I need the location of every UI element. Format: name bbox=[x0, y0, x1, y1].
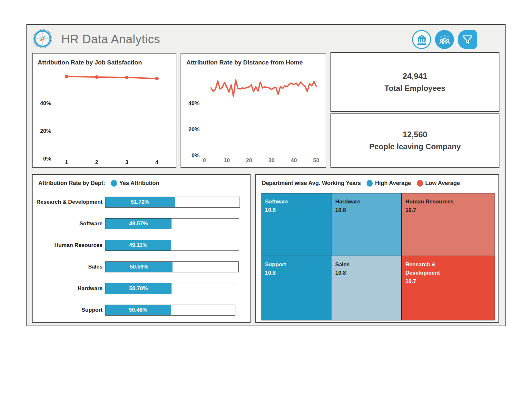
bar-fill[interactable]: 51.72% bbox=[105, 197, 175, 207]
bar-row: Hardware50.70% bbox=[33, 283, 236, 294]
bar-track: 49.11% bbox=[105, 240, 239, 251]
x-axis-tick-label: 4 bbox=[155, 159, 159, 165]
x-axis-tick-label: 40 bbox=[291, 157, 297, 163]
data-point-marker[interactable] bbox=[125, 76, 129, 79]
bank-icon[interactable] bbox=[412, 30, 431, 49]
panel-attribution-by-dept: Attribution Rate by Dept: Yes Attributio… bbox=[32, 174, 251, 323]
kpi-total-employees-value: 24,941 bbox=[403, 72, 427, 81]
x-axis-tick-label: 3 bbox=[125, 159, 128, 165]
line-series bbox=[211, 80, 316, 96]
bar-track: 50.59% bbox=[105, 261, 239, 272]
treemap-cell-value: 10.8 bbox=[335, 269, 397, 277]
bar-track: 49.57% bbox=[105, 218, 239, 229]
bar-row: Research & Development51.72% bbox=[33, 197, 240, 208]
bar-fill[interactable]: 49.11% bbox=[105, 240, 171, 250]
high-average-label: High Average bbox=[375, 180, 411, 187]
data-point-marker[interactable] bbox=[95, 75, 98, 79]
filter-icon[interactable] bbox=[458, 30, 477, 49]
treemap-cell[interactable]: Software10.8 bbox=[261, 193, 331, 256]
dashboard-title: HR Data Analytics bbox=[61, 33, 160, 46]
dept-chart-title: Attribution Rate by Dept: bbox=[38, 180, 105, 187]
compass-logo-icon bbox=[33, 29, 53, 49]
legend-high-average[interactable]: High Average bbox=[367, 180, 411, 187]
panel-job-satisfaction: Attribution Rate by Job Satisfaction 0%2… bbox=[32, 53, 176, 168]
x-axis-tick-label: 1 bbox=[65, 159, 68, 165]
job-satisfaction-line-chart: 0%20%40%1234 bbox=[33, 54, 176, 167]
bar-row: Software49.57% bbox=[33, 218, 239, 229]
treemap-cell-name: Research & Development bbox=[406, 260, 454, 277]
bar-value-label: 49.11% bbox=[129, 242, 147, 249]
treemap-cell-value: 10.7 bbox=[406, 277, 491, 286]
bar-category-label: Support bbox=[33, 307, 105, 313]
kpi-total-employees: 24,941 Total Employees bbox=[330, 52, 499, 112]
x-axis-tick-label: 30 bbox=[268, 157, 274, 163]
x-axis-tick-label: 2 bbox=[95, 159, 98, 165]
bar-fill[interactable]: 49.57% bbox=[105, 219, 172, 229]
yes-attribution-label: Yes Attribution bbox=[119, 180, 159, 187]
data-point-marker[interactable] bbox=[65, 75, 68, 78]
bar-value-label: 51.72% bbox=[131, 199, 150, 205]
y-axis-tick-label: 20% bbox=[40, 128, 51, 134]
bar-category-label: Software bbox=[33, 220, 105, 227]
bar-category-label: Research & Development bbox=[33, 199, 105, 205]
x-axis-tick-label: 10 bbox=[224, 157, 230, 163]
bar-fill[interactable]: 50.48% bbox=[105, 305, 171, 315]
bar-category-label: Sales bbox=[33, 264, 105, 270]
treemap-cell-name: Software bbox=[265, 198, 313, 206]
bar-track: 50.48% bbox=[105, 305, 235, 316]
kpi-total-employees-label: Total Employees bbox=[385, 84, 446, 93]
high-average-dot-icon bbox=[367, 180, 373, 187]
treemap-cell[interactable]: Human Resources10.7 bbox=[401, 193, 495, 256]
bar-value-label: 50.70% bbox=[129, 285, 148, 292]
bar-fill[interactable]: 50.70% bbox=[105, 283, 172, 294]
treemap-cell[interactable]: Hardware10.8 bbox=[331, 193, 401, 256]
svg-text:☆: ☆ bbox=[440, 35, 442, 38]
treemap-title: Department wise Avg. Working Years bbox=[262, 180, 361, 187]
data-point-marker[interactable] bbox=[155, 77, 159, 80]
bar-fill[interactable]: 50.59% bbox=[105, 262, 172, 272]
treemap-cell-name: Human Resources bbox=[406, 198, 454, 206]
legend-low-average[interactable]: Low Average bbox=[417, 180, 460, 187]
bar-row: Support50.48% bbox=[33, 305, 235, 316]
panel-avg-working-years: Department wise Avg. Working Years High … bbox=[255, 174, 499, 323]
treemap-cell-value: 10.8 bbox=[335, 206, 397, 214]
bar-category-label: Hardware bbox=[33, 285, 105, 292]
y-axis-tick-label: 0% bbox=[192, 152, 200, 159]
low-average-dot-icon bbox=[417, 180, 423, 187]
team-awards-icon[interactable]: ☆ ☆ ☆ bbox=[435, 30, 454, 49]
y-axis-tick-label: 0% bbox=[43, 155, 51, 162]
bar-value-label: 49.57% bbox=[129, 220, 148, 227]
treemap-cell-value: 10.8 bbox=[265, 269, 327, 277]
y-axis-tick-label: 40% bbox=[188, 100, 200, 106]
treemap-cell[interactable]: Sales10.8 bbox=[331, 256, 401, 320]
legend-yes-attribution[interactable]: Yes Attribution bbox=[111, 180, 159, 187]
bar-row: Sales50.59% bbox=[33, 261, 239, 272]
x-axis-tick-label: 20 bbox=[246, 157, 252, 163]
treemap-cell-name: Hardware bbox=[335, 198, 384, 206]
treemap-cell[interactable]: Research & Development10.7 bbox=[401, 256, 495, 320]
bar-track: 50.70% bbox=[105, 283, 236, 294]
bar-value-label: 50.59% bbox=[130, 264, 148, 270]
line-series bbox=[66, 77, 157, 79]
hr-dashboard: HR Data Analytics ☆ bbox=[26, 24, 506, 326]
svg-text:☆: ☆ bbox=[443, 34, 446, 37]
bar-value-label: 50.48% bbox=[129, 307, 148, 313]
distance-line-chart: 0%20%40%01020304050 bbox=[181, 54, 326, 167]
x-axis-tick-label: 50 bbox=[313, 157, 319, 163]
bar-track: 51.72% bbox=[105, 197, 240, 208]
x-axis-tick-label: 0 bbox=[203, 157, 206, 163]
yes-attribution-dot-icon bbox=[111, 180, 117, 187]
low-average-label: Low Average bbox=[425, 180, 460, 187]
y-axis-tick-label: 40% bbox=[40, 100, 51, 106]
y-axis-tick-label: 20% bbox=[188, 126, 200, 132]
treemap-cell-name: Support bbox=[265, 260, 313, 269]
working-years-treemap: Software10.8Hardware10.8Human Resources1… bbox=[261, 193, 495, 320]
bar-category-label: Human Resources bbox=[33, 242, 105, 249]
page: HR Data Analytics ☆ bbox=[0, 0, 532, 411]
kpi-people-leaving-value: 12,560 bbox=[403, 130, 427, 139]
treemap-cell[interactable]: Support10.8 bbox=[261, 256, 331, 320]
treemap-cell-name: Sales bbox=[335, 260, 384, 269]
kpi-people-leaving-label: People leaving Company bbox=[369, 142, 461, 151]
treemap-cell-value: 10.8 bbox=[265, 206, 327, 214]
treemap-cell-value: 10.7 bbox=[406, 206, 491, 214]
